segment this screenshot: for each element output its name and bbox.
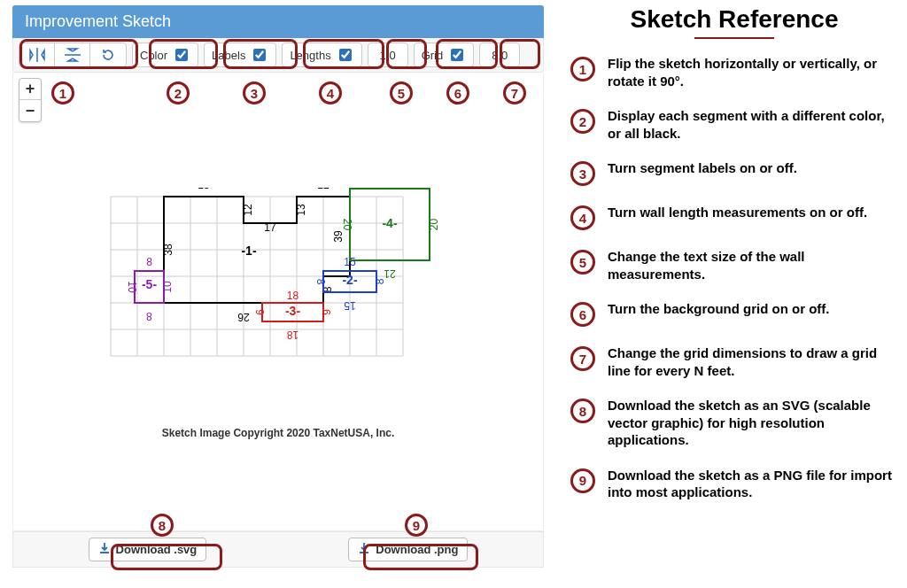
svg-text:21: 21 xyxy=(384,267,396,280)
reference-item: 7Change the grid dimensions to draw a gr… xyxy=(570,344,898,379)
reference-number: 8 xyxy=(570,398,595,423)
reference-item: 6Turn the background grid on or off. xyxy=(570,300,898,327)
download-png-button[interactable]: Download .png xyxy=(348,538,468,561)
svg-text:39: 39 xyxy=(332,230,345,243)
grid-label: Grid xyxy=(422,49,444,62)
reference-number: 5 xyxy=(570,250,595,275)
copyright-text: Sketch Image Copyright 2020 TaxNetUSA, I… xyxy=(13,427,543,439)
reference-text: Download the sketch as a PNG file for im… xyxy=(608,467,898,501)
color-checkbox[interactable] xyxy=(175,49,188,61)
download-svg-button[interactable]: Download .svg xyxy=(89,538,207,561)
flip-horizontal-button[interactable] xyxy=(19,43,55,66)
svg-text:9: 9 xyxy=(321,309,333,315)
svg-text:9: 9 xyxy=(253,309,266,315)
reference-number: 1 xyxy=(570,57,595,81)
flip-horizontal-icon xyxy=(29,48,45,62)
flip-vertical-button[interactable] xyxy=(55,43,90,66)
rotate-icon xyxy=(101,48,115,62)
grid-checkbox[interactable] xyxy=(451,49,463,61)
svg-text:-4-: -4- xyxy=(382,216,397,230)
svg-text:-3-: -3- xyxy=(285,304,300,318)
svg-text:12: 12 xyxy=(242,204,254,216)
svg-text:12: 12 xyxy=(317,188,329,191)
reference-number: 2 xyxy=(570,109,595,134)
grid-size-input[interactable]: 8.0 xyxy=(479,43,520,67)
svg-text:13: 13 xyxy=(295,204,307,216)
callout-number: 9 xyxy=(405,514,428,537)
reference-number: 9 xyxy=(570,468,595,493)
callout-number: 6 xyxy=(446,81,469,104)
svg-text:38: 38 xyxy=(162,244,174,256)
svg-text:10: 10 xyxy=(161,281,174,293)
panel-title: Improvement Sketch xyxy=(12,5,544,38)
color-label: Color xyxy=(140,49,167,62)
reference-text: Display each segment with a different co… xyxy=(608,107,898,142)
reference-list: 1Flip the sketch horizontally or vertica… xyxy=(570,55,898,501)
svg-text:20: 20 xyxy=(341,219,353,231)
reference-item: 3Turn segment labels on or off. xyxy=(570,159,898,186)
svg-text:18: 18 xyxy=(287,290,299,302)
svg-text:20: 20 xyxy=(428,219,440,231)
color-toggle[interactable]: Color xyxy=(132,43,198,67)
download-svg-label: Download .svg xyxy=(116,543,198,556)
sketch-drawing: -1-38151217131239826-2-158158-3-189189-4… xyxy=(93,188,483,400)
zoom-out-button[interactable]: − xyxy=(19,100,41,121)
callout-number: 3 xyxy=(243,81,266,104)
lengths-size-input[interactable]: 1.0 xyxy=(368,43,408,67)
reference-number: 3 xyxy=(570,161,595,186)
labels-label: Labels xyxy=(212,49,245,62)
transform-group xyxy=(19,43,127,67)
toolbar: Color Labels Lengths 1.0 Grid 8.0 xyxy=(12,38,544,73)
reference-text: Turn the background grid on or off. xyxy=(608,300,830,318)
lengths-toggle[interactable]: Lengths xyxy=(282,43,361,67)
download-icon xyxy=(358,542,370,557)
reference-text: Change the grid dimensions to draw a gri… xyxy=(608,344,898,379)
zoom-control: + − xyxy=(19,78,42,122)
title-underline xyxy=(694,37,774,39)
reference-number: 4 xyxy=(570,205,595,230)
download-png-label: Download .png xyxy=(376,543,458,556)
reference-item: 1Flip the sketch horizontally or vertica… xyxy=(570,55,898,89)
svg-text:15: 15 xyxy=(344,299,356,312)
svg-text:-1-: -1- xyxy=(241,244,256,258)
reference-item: 8Download the sketch as an SVG (scalable… xyxy=(570,397,898,449)
svg-text:8: 8 xyxy=(146,256,152,268)
download-icon xyxy=(98,542,111,557)
reference-item: 4Turn wall length measurements on or off… xyxy=(570,204,898,230)
svg-text:18: 18 xyxy=(287,329,299,341)
reference-panel: Sketch Reference 1Flip the sketch horizo… xyxy=(570,0,898,519)
reference-item: 9Download the sketch as a PNG file for i… xyxy=(570,467,898,501)
reference-text: Turn segment labels on or off. xyxy=(608,159,797,177)
svg-text:-2-: -2- xyxy=(342,273,357,287)
callout-number: 8 xyxy=(151,514,174,537)
rotate-button[interactable] xyxy=(90,43,126,66)
svg-text:8: 8 xyxy=(146,310,152,322)
labels-toggle[interactable]: Labels xyxy=(204,43,276,67)
callout-number: 1 xyxy=(51,81,74,104)
svg-text:10: 10 xyxy=(126,281,138,293)
svg-text:17: 17 xyxy=(264,221,276,234)
reference-text: Turn wall length measurements on or off. xyxy=(608,204,867,221)
zoom-in-button[interactable]: + xyxy=(19,79,41,100)
callout-number: 4 xyxy=(319,81,342,104)
callout-number: 2 xyxy=(167,81,190,104)
flip-vertical-icon xyxy=(65,48,81,62)
reference-title: Sketch Reference xyxy=(570,5,898,34)
svg-text:8: 8 xyxy=(314,279,327,285)
labels-checkbox[interactable] xyxy=(253,49,266,61)
sketch-canvas[interactable]: + − -1-38151217131239826-2-158158-3-1891… xyxy=(12,73,544,531)
lengths-label: Lengths xyxy=(290,49,330,62)
svg-text:26: 26 xyxy=(237,311,250,323)
callout-number: 7 xyxy=(503,81,526,104)
reference-number: 7 xyxy=(570,346,595,371)
reference-number: 6 xyxy=(570,302,595,327)
download-bar: Download .svg Download .png xyxy=(12,531,544,568)
svg-text:-5-: -5- xyxy=(142,277,157,291)
svg-text:15: 15 xyxy=(198,188,210,191)
lengths-checkbox[interactable] xyxy=(339,49,352,61)
reference-text: Download the sketch as an SVG (scalable … xyxy=(608,397,898,449)
reference-text: Flip the sketch horizontally or vertical… xyxy=(608,55,898,89)
grid-toggle[interactable]: Grid xyxy=(414,43,475,67)
reference-item: 5Change the text size of the wall measur… xyxy=(570,248,898,282)
callout-number: 5 xyxy=(390,81,413,104)
